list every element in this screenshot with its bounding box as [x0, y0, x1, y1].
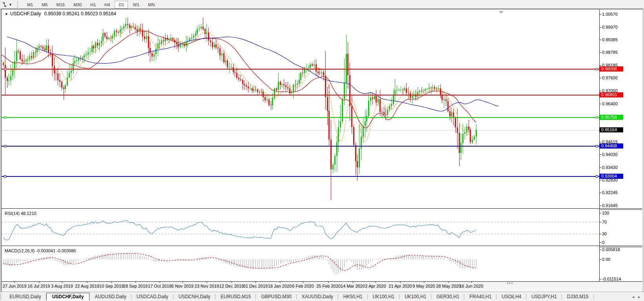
price-tick-label-tick-mark — [600, 167, 601, 168]
price-tick-label-tick-mark — [600, 91, 601, 91]
date-tick-label: 6 Feb 2020 — [292, 284, 314, 288]
date-tick-mark — [182, 282, 183, 283]
tab-usoil-h4[interactable]: USOil,H4 — [496, 293, 526, 301]
date-tick-mark — [400, 282, 401, 283]
date-tick-mark — [280, 282, 280, 283]
date-tick-mark — [135, 282, 136, 283]
hline-price-badge: 0.95758 — [600, 115, 623, 120]
price-tick-label-tick-mark — [600, 65, 601, 66]
splitter-grip-icon[interactable] — [507, 283, 513, 284]
price-tick-label: 0.94030 — [602, 152, 618, 157]
timeframe-button-W1[interactable]: W1 — [129, 1, 143, 9]
tab-usdchf-daily[interactable]: USDCHF,Daily — [46, 293, 90, 301]
date-tick-label: 21 Apr 2020 — [389, 284, 412, 288]
date-tick-label: 23 Nov 2019 — [195, 284, 219, 288]
date-tick-mark — [62, 282, 62, 283]
date-tick-label: 16 Jul 2019 — [28, 284, 50, 288]
macd-tick-label: -0.011514 — [602, 277, 621, 281]
price-tick-label-tick-mark — [600, 40, 601, 40]
date-tick-label: 9 May 2020 — [412, 284, 435, 288]
tab-uk100-h1[interactable]: UK100,H1 — [368, 293, 400, 301]
date-tick-mark — [87, 282, 88, 283]
price-tick-label-tick-mark — [600, 52, 601, 53]
macd-indicator-label: MACD(12,26,9) -0.003041 -0.003986 — [5, 248, 76, 253]
price-chart-canvas[interactable] — [2, 9, 599, 208]
chart-type-button[interactable]: ▼ — [1, 2, 13, 7]
price-tick-label-tick-mark — [600, 193, 601, 193]
current-price-badge: 0.95164 — [600, 127, 623, 132]
date-tick-mark — [328, 282, 329, 283]
date-tick-label: 31 Dec 2019 — [243, 284, 268, 288]
hline-price-badge: 0.93004 — [600, 174, 623, 179]
timeframe-button-group: M1M5M15M30H1H4D1W1MN — [23, 1, 159, 9]
date-tick-mark — [424, 282, 424, 283]
timeframe-button-MN[interactable]: MN — [144, 1, 159, 9]
date-tick-label: 5 Nov 2019 — [171, 284, 193, 288]
timeframe-button-M1[interactable]: M1 — [23, 1, 37, 9]
tabs-container: EURUSD,DailyUSDCHF,DailyAUDUSD,DailyUSDC… — [4, 293, 594, 301]
tab-usdjpy-h1[interactable]: USDJPY,H1 — [526, 293, 562, 301]
tab-xauusd-daily[interactable]: XAUUSD,Daily — [297, 293, 338, 301]
timeframe-button-H4[interactable]: H4 — [100, 1, 114, 9]
chart-shift-marker-icon[interactable] — [499, 11, 504, 14]
rsi-tick-label: 100 — [602, 211, 609, 215]
price-tick-label-tick-mark — [600, 27, 601, 28]
rsi-tick-label-tick-mark — [600, 234, 601, 234]
date-tick-mark — [15, 282, 15, 283]
top-toolbar: ▼ M1M5M15M30H1H4D1W1MN — [0, 0, 644, 9]
price-tick-label: 0.99970 — [602, 25, 618, 29]
macd-tick-label-tick-mark — [600, 259, 601, 260]
date-tick-mark — [353, 282, 353, 283]
date-tick-mark — [449, 282, 449, 283]
rsi-tick-label-tick-mark — [600, 222, 601, 222]
rsi-tick-label-tick-mark — [600, 213, 601, 213]
tab-scroll-left-icon[interactable]: ◂ — [632, 295, 634, 299]
date-tick-mark — [207, 282, 207, 283]
date-tick-label: 14 Mar 2020 — [341, 284, 365, 288]
date-tick-mark — [471, 282, 472, 283]
date-tick-label: 27 Jun 2019 — [3, 284, 27, 288]
price-tick-label-tick-mark — [600, 142, 601, 142]
price-tick-label: 0.91645 — [602, 203, 618, 208]
tab-ger30-h1[interactable]: GER30,H1 — [431, 293, 464, 301]
tab-dj30-m15[interactable]: DJ30,M15 — [562, 293, 594, 301]
date-tick-mark — [303, 282, 303, 283]
timeframe-button-H1[interactable]: H1 — [86, 1, 100, 9]
tab-audusd-daily[interactable]: AUDUSD,Daily — [89, 293, 131, 301]
date-tick-label: 17 Oct 2019 — [148, 284, 171, 288]
price-tick-label-tick-mark — [600, 78, 601, 78]
price-tick-label-tick-mark — [600, 104, 601, 104]
tab-usdcnh-daily[interactable]: USDCNH,Daily — [173, 293, 215, 301]
chart-window: ▼USDCHF,Daily0.95039 0.95241 0.95023 0.9… — [1, 9, 643, 292]
chart-ohlc-values: 0.95039 0.95241 0.95023 0.95164 — [44, 11, 117, 17]
time-axis[interactable]: 27 Jun 201916 Jul 20193 Aug 201922 Aug 2… — [2, 282, 642, 291]
timeframe-button-D1[interactable]: D1 — [115, 1, 128, 9]
rsi-tick-label: 30 — [602, 231, 607, 236]
price-tick-label: 1.00570 — [602, 12, 618, 17]
timeframe-button-M30[interactable]: M30 — [69, 1, 86, 9]
tab-eurusd-m15[interactable]: EURUSD,M15 — [215, 293, 256, 301]
price-tick-label: 0.99385 — [602, 37, 618, 42]
date-tick-mark — [39, 282, 39, 283]
timeframe-button-M5[interactable]: M5 — [38, 1, 51, 9]
timeframe-button-M15[interactable]: M15 — [52, 1, 68, 9]
tab-scroll-right-icon[interactable]: ▸ — [638, 295, 640, 299]
rsi-tick-label: 70 — [602, 220, 607, 224]
price-tick-label-tick-mark — [600, 154, 601, 155]
tab-eurusd-daily[interactable]: EURUSD,Daily — [4, 293, 46, 301]
price-tick-label: 0.92245 — [602, 190, 618, 195]
tab-hk50-h1[interactable]: HK50,H1 — [338, 293, 368, 301]
rsi-panel-canvas[interactable] — [2, 209, 599, 246]
tab-fra40-h1[interactable]: FRA40,H1 — [464, 293, 496, 301]
macd-panel-canvas[interactable] — [2, 247, 599, 281]
toolbar-grip[interactable] — [17, 2, 20, 8]
chart-menu-caret-icon[interactable]: ▼ — [5, 12, 8, 16]
chevron-down-icon: ▼ — [9, 3, 12, 7]
chart-title: ▼USDCHF,Daily0.95039 0.95241 0.95023 0.9… — [4, 11, 117, 17]
tab-uk100-h1[interactable]: UK100,H1 — [400, 293, 431, 301]
tab-usdcad-daily[interactable]: USDCAD,Daily — [131, 293, 173, 301]
hline-price-badge: 0.94408 — [600, 143, 623, 149]
tab-gbpusd-m30[interactable]: GBPUSD,M30 — [256, 293, 296, 301]
price-tick-label: 0.97600 — [602, 75, 618, 80]
price-tick-label-tick-mark — [600, 180, 601, 180]
